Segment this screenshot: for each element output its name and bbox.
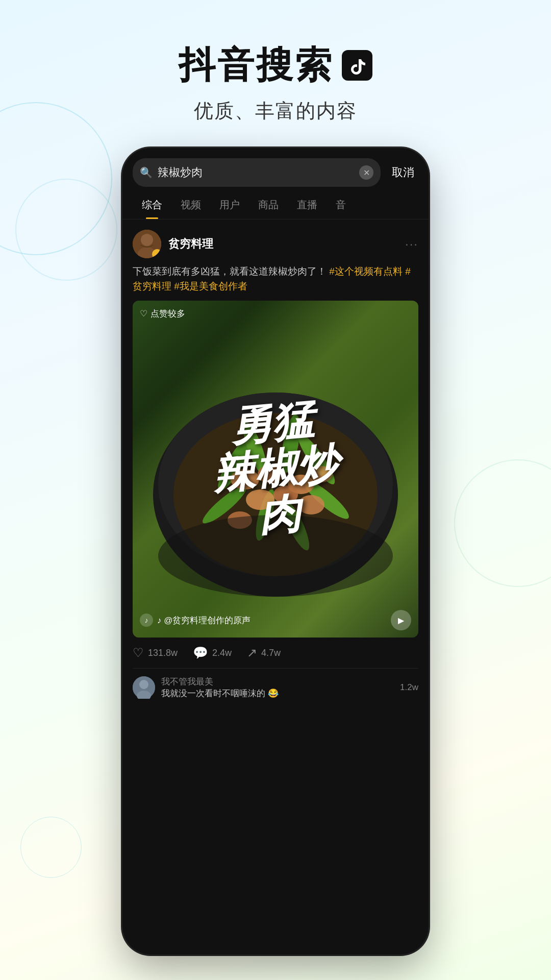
- header-section: 抖音搜索 优质、丰富的内容: [0, 0, 551, 144]
- content-area: ✓ 贫穷料理 ··· 下饭菜到底有多凶猛，就看这道辣椒炒肉了！ #这个视频有点料…: [122, 219, 429, 699]
- svg-point-24: [139, 680, 148, 689]
- like-count: 131.8w: [148, 648, 178, 658]
- search-input-container[interactable]: 🔍 辣椒炒肉 ✕: [133, 158, 381, 187]
- app-subtitle: 优质、丰富的内容: [0, 98, 551, 124]
- search-query-text: 辣椒炒肉: [158, 165, 354, 180]
- tiktok-logo-icon: [342, 50, 372, 81]
- user-avatar[interactable]: ✓: [133, 230, 161, 258]
- comment-row: 我不管我最美 我就没一次看时不咽唾沫的 😂 1.2w: [133, 676, 418, 699]
- user-info: ✓ 贫穷料理: [133, 230, 213, 258]
- username-label: 贫穷料理: [168, 236, 213, 252]
- clear-icon: ✕: [363, 168, 370, 178]
- play-icon: ▶: [398, 616, 404, 625]
- share-action[interactable]: ↗ 4.7w: [247, 646, 281, 660]
- tab-商品[interactable]: 商品: [249, 191, 288, 219]
- tab-综合[interactable]: 综合: [133, 191, 171, 219]
- commenter-name: 我不管我最美: [161, 676, 394, 688]
- app-title: 抖音搜索: [0, 41, 551, 90]
- svg-point-1: [141, 234, 153, 246]
- hashtag-3[interactable]: #我是美食创作者: [174, 281, 247, 291]
- comment-count: 2.4w: [212, 648, 232, 658]
- play-button[interactable]: ▶: [391, 610, 411, 630]
- bg-decoration-circle-2: [15, 179, 117, 281]
- likes-badge-text: 点赞较多: [151, 308, 185, 320]
- verified-badge: ✓: [152, 249, 161, 258]
- search-icon: 🔍: [140, 166, 153, 179]
- search-bar-area: 🔍 辣椒炒肉 ✕ 取消: [122, 148, 429, 187]
- tab-用户[interactable]: 用户: [210, 191, 249, 219]
- comment-content: 我就没一次看时不咽唾沫的 😂: [161, 688, 394, 699]
- phone-frame: 🔍 辣椒炒肉 ✕ 取消 综合 视频 用户: [122, 148, 429, 954]
- like-action[interactable]: ♡ 131.8w: [133, 646, 178, 660]
- bg-decoration-circle-3: [454, 459, 551, 587]
- verified-icon: ✓: [155, 251, 160, 258]
- heart-icon: ♡: [140, 308, 147, 319]
- comment-icon: 💬: [193, 646, 208, 660]
- video-thumbnail[interactable]: 勇猛辣椒炒肉 ♡ 点赞较多 ♪ ♪ @贫穷料: [133, 301, 418, 638]
- video-title-overlay: 勇猛辣椒炒肉: [133, 301, 418, 638]
- post-body-text: 下饭菜到底有多凶猛，就看这道辣椒炒肉了！ #这个视频有点料 #贫穷料理 #我是美…: [133, 264, 418, 293]
- phone-mockup: 🔍 辣椒炒肉 ✕ 取消 综合 视频 用户: [122, 148, 429, 954]
- post-user-row: ✓ 贫穷料理 ···: [133, 230, 418, 258]
- more-options-button[interactable]: ···: [405, 237, 418, 251]
- action-bar: ♡ 131.8w 💬 2.4w ↗ 4.7w: [133, 638, 418, 668]
- bg-decoration-circle-4: [20, 817, 82, 878]
- cancel-button[interactable]: 取消: [388, 165, 418, 180]
- tab-视频[interactable]: 视频: [171, 191, 210, 219]
- video-title-text: 勇猛辣椒炒肉: [207, 395, 344, 544]
- comment-action[interactable]: 💬 2.4w: [193, 646, 232, 660]
- likes-badge: ♡ 点赞较多: [140, 308, 185, 320]
- clear-button[interactable]: ✕: [359, 165, 373, 180]
- tab-直播[interactable]: 直播: [288, 191, 327, 219]
- title-text: 抖音搜索: [179, 41, 334, 90]
- phone-screen: 🔍 辣椒炒肉 ✕ 取消 综合 视频 用户: [122, 148, 429, 954]
- comment-section: 我不管我最美 我就没一次看时不咽唾沫的 😂 1.2w: [133, 668, 418, 699]
- music-note-icon: ♪: [140, 614, 153, 627]
- like-icon: ♡: [133, 646, 144, 660]
- share-icon: ↗: [247, 646, 257, 660]
- commenter-avatar: [133, 676, 155, 699]
- audio-info: ♪ ♪ @贫穷料理创作的原声: [140, 614, 251, 627]
- share-count: 4.7w: [261, 648, 281, 658]
- audio-bar: ♪ ♪ @贫穷料理创作的原声 ▶: [140, 610, 411, 630]
- comment-like-count: 1.2w: [400, 682, 418, 693]
- hashtag-1[interactable]: #这个视频有点料: [329, 266, 405, 277]
- audio-text: ♪ @贫穷料理创作的原声: [157, 615, 251, 626]
- tab-音乐[interactable]: 音: [327, 191, 355, 219]
- comment-text-area: 我不管我最美 我就没一次看时不咽唾沫的 😂: [161, 676, 394, 699]
- tab-bar: 综合 视频 用户 商品 直播 音: [122, 191, 429, 219]
